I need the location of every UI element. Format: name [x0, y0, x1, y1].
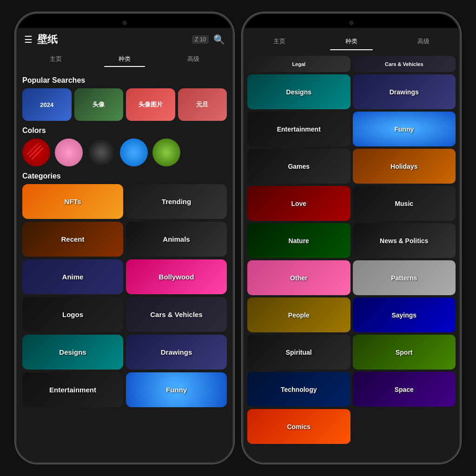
right-patterns[interactable]: Patterns: [353, 260, 456, 295]
power-right: [460, 70, 461, 88]
header-left: ☰ 壁纸 Z 10 🔍: [17, 28, 232, 51]
category-drawings[interactable]: Drawings: [126, 335, 227, 370]
right-newspolitics[interactable]: News & Politics: [353, 223, 456, 258]
right-nature[interactable]: Nature: [247, 223, 350, 258]
right-technology[interactable]: Technology: [247, 372, 350, 407]
category-anime[interactable]: Anime: [22, 259, 123, 294]
popular-grid: 2024 头像 头像图片 元旦: [22, 88, 227, 121]
colors-row: [22, 139, 227, 166]
popular-item-avatar2[interactable]: 头像图片: [126, 88, 175, 121]
app-title: 壁纸: [37, 33, 187, 46]
category-cars[interactable]: Cars & Vehicles: [126, 297, 227, 332]
camera-left: [122, 20, 127, 25]
right-tab-advanced[interactable]: 高级: [387, 33, 459, 54]
category-animals[interactable]: Animals: [126, 222, 227, 257]
right-entertainment[interactable]: Entertainment: [247, 112, 350, 146]
category-nfts[interactable]: NFTs: [22, 184, 123, 219]
camera-right: [349, 20, 354, 25]
right-drawings[interactable]: Drawings: [353, 74, 456, 109]
right-header: 主页 种类 高级: [244, 28, 459, 54]
categories-title: Categories: [22, 172, 227, 180]
left-phone: ☰ 壁纸 Z 10 🔍 主页 种类 高级 Popular Searches 20…: [15, 13, 234, 463]
right-people[interactable]: People: [247, 298, 350, 332]
left-screen: ☰ 壁纸 Z 10 🔍 主页 种类 高级 Popular Searches 20…: [17, 28, 232, 462]
right-funny[interactable]: Funny: [353, 112, 456, 146]
colors-title: Colors: [22, 126, 227, 135]
color-pink[interactable]: [55, 139, 83, 166]
category-entertainment[interactable]: Entertainment: [22, 372, 123, 407]
popular-title: Popular Searches: [22, 76, 227, 85]
vol-down-left: [15, 79, 16, 93]
device-badge: Z 10: [192, 35, 209, 44]
vol-up-left: [15, 60, 16, 74]
color-blue[interactable]: [120, 139, 148, 166]
right-grid: Designs Drawings Entertainment Funny Gam…: [247, 74, 456, 444]
category-funny[interactable]: Funny: [126, 372, 227, 407]
right-designs[interactable]: Designs: [247, 74, 350, 109]
right-tab-categories[interactable]: 种类: [316, 33, 388, 54]
category-trending[interactable]: Trending: [126, 184, 227, 219]
right-tab-home[interactable]: 主页: [244, 33, 316, 54]
color-green[interactable]: [152, 139, 180, 166]
partial-cars[interactable]: Cars & Vehicles: [353, 56, 456, 72]
power-left: [233, 70, 234, 88]
search-icon[interactable]: 🔍: [213, 34, 225, 45]
right-screen: 主页 种类 高级 Legal Cars & Vehicles Designs D…: [244, 28, 459, 462]
category-bollywood[interactable]: Bollywood: [126, 259, 227, 294]
tab-home[interactable]: 主页: [21, 51, 90, 67]
tabs-left: 主页 种类 高级: [17, 51, 232, 67]
funny-label: Funny: [166, 386, 187, 394]
right-games[interactable]: Games: [247, 149, 350, 184]
tab-advanced[interactable]: 高级: [159, 51, 228, 67]
categories-grid: NFTs Trending Recent Animals Anime Bolly…: [22, 184, 227, 407]
right-comics[interactable]: Comics: [247, 409, 350, 444]
right-sport[interactable]: Sport: [353, 335, 456, 370]
right-phone: 主页 种类 高级 Legal Cars & Vehicles Designs D…: [242, 13, 461, 463]
right-other[interactable]: Other: [247, 260, 350, 295]
right-holidays[interactable]: Holidays: [353, 149, 456, 184]
popular-item-avatar1[interactable]: 头像: [74, 88, 124, 121]
partial-legal[interactable]: Legal: [247, 56, 350, 72]
menu-icon[interactable]: ☰: [24, 34, 33, 45]
color-red[interactable]: [22, 139, 50, 166]
right-love[interactable]: Love: [247, 186, 350, 221]
tab-categories[interactable]: 种类: [90, 51, 159, 67]
right-empty: [353, 409, 456, 444]
top-partial: Legal Cars & Vehicles: [247, 56, 456, 72]
category-logos[interactable]: Logos: [22, 297, 123, 332]
right-space[interactable]: Space: [353, 372, 456, 407]
right-music[interactable]: Music: [353, 186, 456, 221]
vol-down-right: [242, 79, 243, 93]
phones-container: ☰ 壁纸 Z 10 🔍 主页 种类 高级 Popular Searches 20…: [6, 3, 470, 473]
color-black[interactable]: [87, 139, 115, 166]
popular-item-2024[interactable]: 2024: [22, 88, 72, 121]
vol-up-right: [242, 60, 243, 74]
right-spiritual[interactable]: Spiritual: [247, 335, 350, 370]
right-sayings[interactable]: Sayings: [353, 298, 456, 332]
right-content: Legal Cars & Vehicles Designs Drawings E…: [244, 54, 459, 462]
category-designs[interactable]: Designs: [22, 335, 123, 370]
left-content: Popular Searches 2024 头像 头像图片 元旦 Colors: [17, 67, 232, 462]
popular-item-newyear[interactable]: 元旦: [178, 88, 227, 121]
category-recent[interactable]: Recent: [22, 222, 123, 257]
